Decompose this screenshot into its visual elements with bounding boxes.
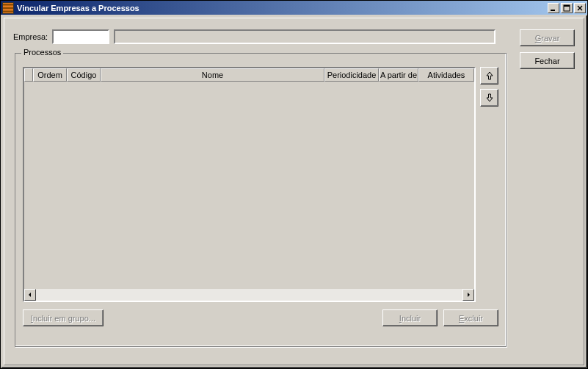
processos-grid[interactable]: Ordem Código Nome Periodicidade A partir… [23,67,476,302]
incluir-grupo-button[interactable]: Incluir em grupo... [23,309,104,326]
gravar-button[interactable]: Gravar [520,29,575,46]
scroll-track[interactable] [36,289,462,301]
empresa-name-display [114,29,496,44]
svg-rect-0 [3,4,13,5]
grid-header: Ordem Código Nome Periodicidade A partir… [24,68,474,82]
svg-marker-8 [29,293,31,297]
close-button[interactable] [574,3,586,13]
svg-rect-3 [551,10,555,11]
scroll-right-icon[interactable] [462,289,474,301]
horizontal-scrollbar[interactable] [24,289,474,301]
maximize-button[interactable] [561,3,573,13]
fechar-button[interactable]: Fechar [520,52,575,69]
incluir-button[interactable]: Incluir [382,309,438,326]
col-codigo[interactable]: Código [67,68,101,82]
move-down-button[interactable] [480,89,498,107]
minimize-button[interactable] [548,3,559,13]
grid-corner [24,68,33,82]
svg-marker-10 [487,72,493,79]
excluir-button[interactable]: Excluir [443,309,498,326]
col-nome[interactable]: Nome [101,68,324,82]
titlebar: Vincular Empresas a Processos [1,1,587,15]
app-icon [2,2,14,14]
col-atividades[interactable]: Atividades [418,68,474,82]
processos-groupbox: Processos Ordem Código Nome Periodicidad… [15,53,507,347]
col-apartir[interactable]: A partir de [379,68,418,82]
col-ordem[interactable]: Ordem [33,68,67,82]
empresa-code-input[interactable] [52,29,109,44]
titlebar-title: Vincular Empresas a Processos [17,4,548,12]
svg-rect-1 [3,7,13,8]
svg-marker-11 [487,94,493,101]
groupbox-title: Processos [21,48,63,57]
grid-body [24,82,474,289]
svg-marker-9 [468,293,470,297]
svg-rect-2 [3,10,13,12]
svg-rect-5 [564,5,570,7]
col-periodicidade[interactable]: Periodicidade [324,68,379,82]
move-up-button[interactable] [480,67,498,85]
scroll-left-icon[interactable] [24,289,36,301]
empresa-label: Empresa: [13,32,48,41]
